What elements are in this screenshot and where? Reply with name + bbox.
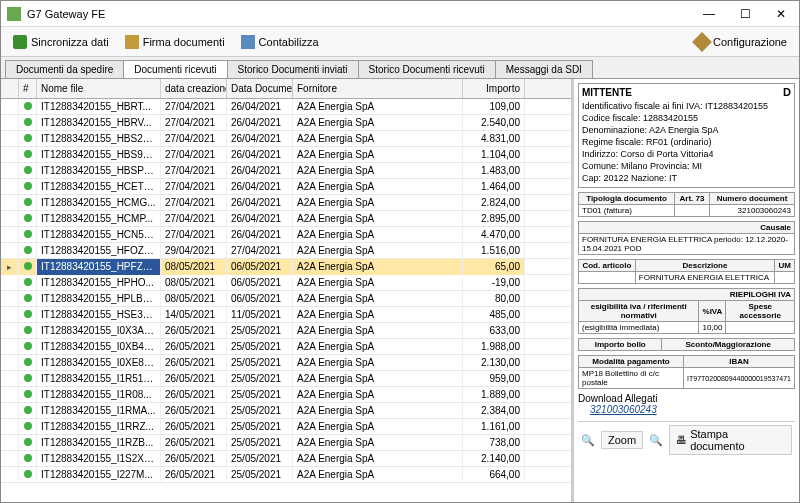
- print-button[interactable]: 🖶Stampa documento: [669, 425, 792, 455]
- table-row[interactable]: IT12883420155_I0XB4.x...26/05/202125/05/…: [1, 339, 571, 355]
- row-indicator: [1, 451, 19, 467]
- minimize-button[interactable]: —: [691, 1, 727, 27]
- cell: A2A Energia SpA: [293, 163, 463, 179]
- close-button[interactable]: ✕: [763, 1, 799, 27]
- mittente-title: MITTENTE: [582, 87, 791, 98]
- cell: IT12883420155_HPHO...: [37, 275, 161, 291]
- table-row[interactable]: IT12883420155_I1RRZ...26/05/202125/05/20…: [1, 419, 571, 435]
- zoom-out-icon[interactable]: 🔍: [581, 434, 595, 447]
- account-label: Contabilizza: [259, 36, 319, 48]
- table-row[interactable]: IT12883420155_HBRT...27/04/202126/04/202…: [1, 99, 571, 115]
- row-indicator: [1, 307, 19, 323]
- cell: IT12883420155_I227M...: [37, 467, 161, 483]
- titlebar: G7 Gateway FE — ☐ ✕: [1, 1, 799, 27]
- cell: IT12883420155_I0XB4.x...: [37, 339, 161, 355]
- cell: 26/05/2021: [161, 435, 227, 451]
- zoom-button[interactable]: Zoom: [601, 431, 643, 449]
- status-dot: [19, 227, 37, 243]
- cell: 26/04/2021: [227, 195, 293, 211]
- col-header-5[interactable]: Fornitore: [293, 79, 463, 98]
- table-row[interactable]: IT12883420155_I1S2X.x...26/05/202125/05/…: [1, 451, 571, 467]
- col-header-0[interactable]: [1, 79, 19, 98]
- status-dot: [19, 435, 37, 451]
- status-dot: [19, 99, 37, 115]
- tab-3[interactable]: Storico Documenti ricevuti: [358, 60, 496, 78]
- cell: IT12883420155_I1RZB...: [37, 435, 161, 451]
- row-indicator: [1, 99, 19, 115]
- table-row[interactable]: IT12883420155_I1RMA...26/05/202125/05/20…: [1, 403, 571, 419]
- cell: 08/05/2021: [161, 291, 227, 307]
- table-row[interactable]: IT12883420155_HCMP...27/04/202126/04/202…: [1, 211, 571, 227]
- config-button[interactable]: Configurazione: [689, 32, 793, 52]
- cell: IT12883420155_HPFZZ...: [37, 259, 161, 275]
- cell: 2.384,00: [463, 403, 525, 419]
- row-indicator: [1, 115, 19, 131]
- cell: IT12883420155_HBRV...: [37, 115, 161, 131]
- cell: IT12883420155_HBRT...: [37, 99, 161, 115]
- download-link[interactable]: 321003060243: [590, 404, 795, 415]
- col-header-1[interactable]: #: [19, 79, 37, 98]
- cell: A2A Energia SpA: [293, 419, 463, 435]
- table-row[interactable]: IT12883420155_I227M...26/05/202125/05/20…: [1, 467, 571, 483]
- cell: A2A Energia SpA: [293, 131, 463, 147]
- cell: A2A Energia SpA: [293, 99, 463, 115]
- pen-icon: [125, 35, 139, 49]
- table-row[interactable]: IT12883420155_I0XE8.x...26/05/202125/05/…: [1, 355, 571, 371]
- table-row[interactable]: IT12883420155_I1R08...26/05/202125/05/20…: [1, 387, 571, 403]
- maximize-button[interactable]: ☐: [727, 1, 763, 27]
- col-header-4[interactable]: Data Documento: [227, 79, 293, 98]
- detail-pane[interactable]: MITTENTE Identificativo fiscale ai fini …: [574, 79, 799, 502]
- table-row[interactable]: IT12883420155_HBSP6...27/04/202126/04/20…: [1, 163, 571, 179]
- row-indicator: [1, 147, 19, 163]
- grid-body[interactable]: IT12883420155_HBRT...27/04/202126/04/202…: [1, 99, 571, 502]
- cell: 109,00: [463, 99, 525, 115]
- table-row[interactable]: IT12883420155_HBS2E...27/04/202126/04/20…: [1, 131, 571, 147]
- cell: 25/05/2021: [227, 371, 293, 387]
- table-row[interactable]: IT12883420155_HFOZZ...29/04/202127/04/20…: [1, 243, 571, 259]
- table-row[interactable]: IT12883420155_HCETY...27/04/202126/04/20…: [1, 179, 571, 195]
- zoom-in-icon[interactable]: 🔍: [649, 434, 663, 447]
- table-row[interactable]: ▸IT12883420155_HPFZZ...08/05/202106/05/2…: [1, 259, 571, 275]
- tab-2[interactable]: Storico Documenti inviati: [227, 60, 359, 78]
- status-dot: [19, 115, 37, 131]
- table-row[interactable]: IT12883420155_I0X3A.x...26/05/202125/05/…: [1, 323, 571, 339]
- config-label: Configurazione: [713, 36, 787, 48]
- sign-button[interactable]: Firma documenti: [119, 32, 231, 52]
- col-header-2[interactable]: Nome file: [37, 79, 161, 98]
- cell: 4.831,00: [463, 131, 525, 147]
- table-row[interactable]: IT12883420155_HSE3V...14/05/202111/05/20…: [1, 307, 571, 323]
- tab-0[interactable]: Documenti da spedire: [5, 60, 124, 78]
- cell: A2A Energia SpA: [293, 403, 463, 419]
- mittente-line: Comune: Milano Provincia: MI: [582, 160, 791, 172]
- col-header-6[interactable]: Importo: [463, 79, 525, 98]
- cell: 485,00: [463, 307, 525, 323]
- table-row[interactable]: IT12883420155_I1R51.x...26/05/202125/05/…: [1, 371, 571, 387]
- table-row[interactable]: IT12883420155_HCN55...27/04/202126/04/20…: [1, 227, 571, 243]
- table-row[interactable]: IT12883420155_HBS9V...27/04/202126/04/20…: [1, 147, 571, 163]
- table-row[interactable]: IT12883420155_HPHO...08/05/202106/05/202…: [1, 275, 571, 291]
- row-indicator: [1, 403, 19, 419]
- table-row[interactable]: IT12883420155_HBRV...27/04/202126/04/202…: [1, 115, 571, 131]
- table-row[interactable]: IT12883420155_I1RZB...26/05/202125/05/20…: [1, 435, 571, 451]
- cell: 1.464,00: [463, 179, 525, 195]
- col-header-3[interactable]: data creazione: [161, 79, 227, 98]
- table-row[interactable]: IT12883420155_HCMG...27/04/202126/04/202…: [1, 195, 571, 211]
- mittente-line: Cap: 20122 Nazione: IT: [582, 172, 791, 184]
- table-row[interactable]: IT12883420155_HPLBP...08/05/202106/05/20…: [1, 291, 571, 307]
- sync-button[interactable]: Sincronizza dati: [7, 32, 115, 52]
- cell: A2A Energia SpA: [293, 291, 463, 307]
- account-button[interactable]: Contabilizza: [235, 32, 325, 52]
- tab-1[interactable]: Documenti ricevuti: [123, 60, 227, 78]
- status-dot: [19, 451, 37, 467]
- status-dot-icon: [24, 406, 32, 414]
- status-dot: [19, 291, 37, 307]
- row-indicator: [1, 435, 19, 451]
- cell: 26/04/2021: [227, 115, 293, 131]
- cell: A2A Energia SpA: [293, 355, 463, 371]
- status-dot: [19, 307, 37, 323]
- cell: IT12883420155_I1R51.x...: [37, 371, 161, 387]
- cell: 25/05/2021: [227, 339, 293, 355]
- tab-4[interactable]: Messaggi da SDI: [495, 60, 593, 78]
- cell: 27/04/2021: [161, 147, 227, 163]
- grid-header: #Nome filedata creazioneData DocumentoFo…: [1, 79, 571, 99]
